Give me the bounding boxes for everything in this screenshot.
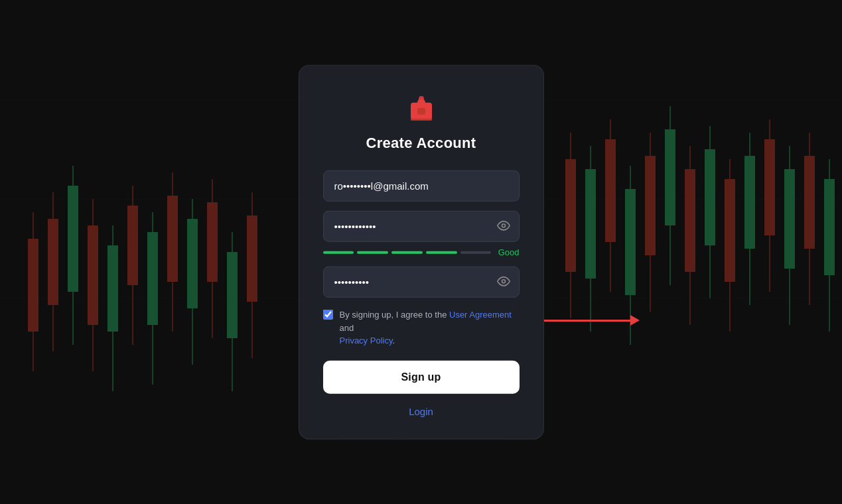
strength-bar-3 bbox=[391, 251, 423, 253]
svg-rect-65 bbox=[419, 96, 424, 101]
page-title: Create Account bbox=[366, 135, 476, 152]
terms-label: By signing up, I agree to the User Agree… bbox=[340, 308, 520, 347]
confirm-password-field-group bbox=[323, 267, 520, 298]
confirm-password-toggle-icon[interactable] bbox=[497, 275, 510, 290]
email-field-group bbox=[323, 170, 520, 202]
confirm-password-input[interactable] bbox=[323, 267, 520, 298]
password-strength-row: Good bbox=[323, 247, 520, 257]
password-input[interactable] bbox=[323, 211, 520, 242]
confirm-password-input-wrapper bbox=[323, 267, 520, 298]
svg-rect-66 bbox=[411, 119, 432, 121]
login-link-row: Login bbox=[323, 405, 520, 417]
password-toggle-icon[interactable] bbox=[497, 219, 510, 234]
strength-label: Good bbox=[496, 247, 520, 257]
strength-bar-5 bbox=[460, 251, 492, 253]
privacy-policy-link[interactable]: Privacy Policy bbox=[340, 336, 393, 346]
svg-rect-67 bbox=[417, 108, 425, 115]
arrow-head bbox=[630, 315, 640, 326]
login-link[interactable]: Login bbox=[409, 405, 433, 416]
svg-point-69 bbox=[502, 279, 505, 283]
strength-bar-4 bbox=[426, 251, 457, 253]
arrow-line bbox=[544, 320, 630, 322]
strength-bars-container bbox=[323, 251, 492, 253]
terms-checkbox[interactable] bbox=[323, 310, 333, 320]
email-input[interactable] bbox=[323, 170, 520, 202]
password-field-group: Good bbox=[323, 211, 520, 257]
svg-point-68 bbox=[502, 223, 505, 227]
strength-bar-1 bbox=[323, 251, 354, 253]
create-account-modal: Create Account Good bbox=[299, 65, 544, 440]
strength-bar-2 bbox=[357, 251, 388, 253]
arrow-annotation bbox=[544, 315, 640, 326]
user-agreement-link[interactable]: User Agreement bbox=[449, 310, 512, 320]
password-input-wrapper bbox=[323, 211, 520, 242]
app-logo-icon bbox=[404, 90, 439, 124]
signup-button[interactable]: Sign up bbox=[323, 360, 520, 393]
modal-header: Create Account bbox=[323, 90, 520, 152]
terms-checkbox-row: By signing up, I agree to the User Agree… bbox=[323, 308, 520, 347]
